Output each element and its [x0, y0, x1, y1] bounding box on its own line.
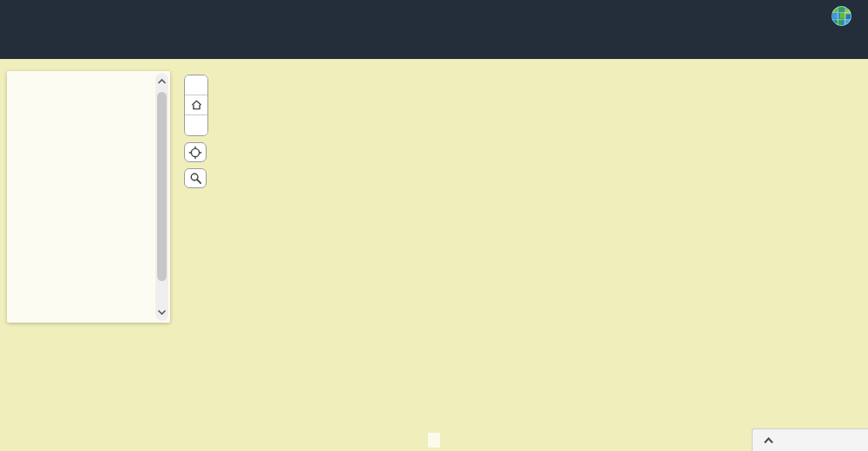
zoom-out-button[interactable]	[185, 115, 207, 135]
legend-panel	[7, 71, 170, 323]
legend-scrollbar[interactable]	[155, 73, 168, 321]
locate-crosshair-icon	[188, 146, 202, 160]
scroll-down-button[interactable]	[155, 305, 168, 319]
app-root	[0, 0, 868, 451]
app-header	[0, 0, 868, 31]
legend-content	[7, 71, 170, 78]
zoom-in-button[interactable]	[185, 75, 207, 95]
year-tabbar	[0, 31, 868, 59]
header-right	[810, 5, 856, 27]
esri-globe-icon	[831, 5, 852, 27]
search-icon	[189, 172, 202, 185]
map-area	[0, 59, 868, 451]
powered-by-esri-logo	[687, 449, 690, 450]
esri-logo[interactable]	[831, 5, 856, 27]
scroll-up-button[interactable]	[155, 75, 168, 88]
map-controls	[184, 75, 208, 188]
chevron-up-icon	[763, 436, 774, 445]
chevron-up-icon	[157, 78, 167, 85]
search-button[interactable]	[184, 168, 207, 188]
zoom-control-group	[184, 75, 208, 136]
scrollbar-thumb[interactable]	[157, 92, 167, 281]
locate-button[interactable]	[184, 142, 207, 162]
home-icon	[190, 99, 203, 111]
overview-map-button[interactable]	[752, 428, 868, 451]
chevron-down-icon	[157, 309, 167, 316]
home-button[interactable]	[185, 95, 207, 115]
map-attribution	[428, 433, 440, 448]
